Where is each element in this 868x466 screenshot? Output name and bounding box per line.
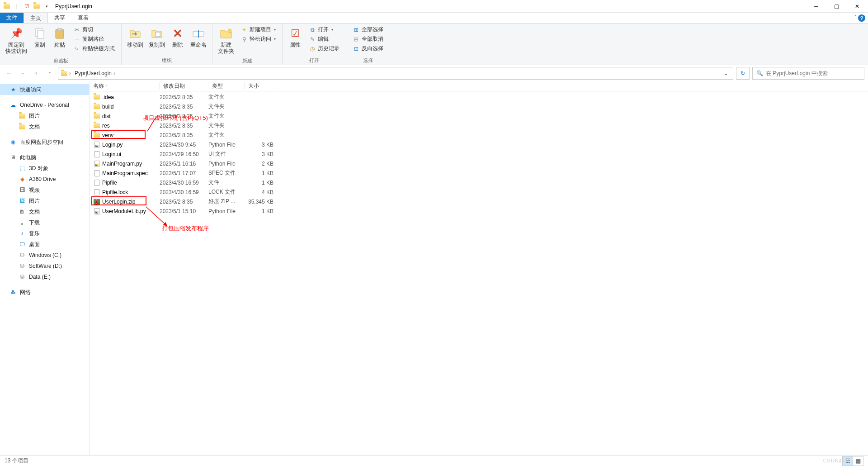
- sidebar-videos[interactable]: 🎞视频: [0, 185, 89, 195]
- up-button[interactable]: ↑: [44, 68, 55, 79]
- address-dropdown-icon[interactable]: ⌄: [721, 70, 731, 76]
- file-row[interactable]: Pipfile.lock2023/4/30 16:59LOCK 文件4 KB: [90, 187, 868, 197]
- address-bar[interactable]: › PyprjUserLogin› ⌄: [58, 67, 733, 80]
- edit-icon: ✎: [309, 36, 316, 43]
- cut-icon: ✂: [73, 26, 80, 33]
- select-none-button[interactable]: ⊟全部取消: [351, 35, 385, 43]
- recent-dropdown[interactable]: ▾: [31, 68, 42, 79]
- file-row[interactable]: Login.ui2023/4/29 16:50UI 文件3 KB: [90, 149, 868, 159]
- sidebar-quick-access[interactable]: ★快速访问: [0, 84, 89, 95]
- file-row[interactable]: venv2023/5/2 8:35文件夹: [90, 130, 868, 140]
- tab-home[interactable]: 主页: [24, 13, 48, 23]
- minimize-button[interactable]: ─: [806, 0, 826, 13]
- close-button[interactable]: ✕: [847, 0, 867, 13]
- open-icon: ⧉: [309, 26, 316, 33]
- properties-button[interactable]: ☑ 属性: [285, 24, 305, 50]
- sidebar-drive-c[interactable]: ⛁Windows (C:): [0, 250, 89, 261]
- sidebar-downloads[interactable]: ⭳下载: [0, 217, 89, 228]
- file-row[interactable]: UserLogin.zip2023/5/2 8:35好压 ZIP ...35,3…: [90, 197, 868, 206]
- paste-shortcut-button[interactable]: ⤷粘贴快捷方式: [71, 44, 117, 53]
- sidebar-baidu[interactable]: ◉百度网盘同步空间: [0, 137, 89, 147]
- sidebar-this-pc[interactable]: 🖥此电脑: [0, 152, 89, 163]
- open-button[interactable]: ⧉打开▾: [307, 25, 341, 34]
- select-all-button[interactable]: ⊞全部选择: [351, 25, 385, 34]
- icons-view-button[interactable]: ▦: [853, 456, 863, 466]
- sidebar-pictures[interactable]: 图片: [0, 110, 89, 121]
- breadcrumb-root[interactable]: ›: [60, 70, 72, 76]
- group-organize: 组织: [122, 57, 212, 65]
- col-name[interactable]: 名称ˆ: [90, 82, 160, 90]
- tab-file[interactable]: 文件: [0, 13, 24, 23]
- sidebar-3d-objects[interactable]: ⬚3D 对象: [0, 163, 89, 174]
- col-type[interactable]: 类型: [208, 82, 245, 90]
- breadcrumb-folder[interactable]: PyprjUserLogin›: [74, 70, 116, 76]
- tab-share[interactable]: 共享: [48, 13, 71, 23]
- svg-rect-4: [156, 32, 160, 37]
- copy-to-button[interactable]: 复制到: [146, 24, 168, 50]
- ribbon-collapse-icon[interactable]: ˆ: [854, 15, 856, 21]
- file-row[interactable]: .idea2023/5/2 8:35文件夹: [90, 92, 868, 102]
- rename-button[interactable]: 重命名: [188, 24, 209, 50]
- file-row[interactable]: build2023/5/2 8:35文件夹: [90, 102, 868, 111]
- zip-icon: [93, 198, 100, 205]
- pin-button[interactable]: 📌 固定到快速访问: [3, 24, 30, 57]
- easy-access-icon: ⚲: [241, 36, 248, 43]
- sidebar-onedrive[interactable]: ☁OneDrive - Personal: [0, 100, 89, 110]
- file-type: Python File: [208, 208, 245, 214]
- file-row[interactable]: Pipfile2023/4/30 16:59文件1 KB: [90, 178, 868, 187]
- search-input[interactable]: [766, 70, 860, 76]
- col-date[interactable]: 修改日期: [160, 82, 208, 90]
- baidu-icon: ◉: [9, 138, 17, 146]
- back-button[interactable]: ←: [4, 68, 14, 79]
- col-size[interactable]: 大小: [245, 82, 277, 90]
- file-type: 文件夹: [208, 131, 245, 139]
- invert-selection-button[interactable]: ⊡反向选择: [351, 44, 385, 53]
- sidebar-a360[interactable]: ◆A360 Drive: [0, 174, 89, 185]
- help-icon[interactable]: ?: [858, 14, 865, 22]
- forward-button[interactable]: →: [17, 68, 28, 79]
- move-to-button[interactable]: 移动到: [124, 24, 146, 50]
- file-row[interactable]: res2023/5/2 8:35文件夹: [90, 121, 868, 130]
- file-list-pane: 名称ˆ 修改日期 类型 大小 .idea2023/5/2 8:35文件夹buil…: [90, 81, 868, 455]
- sidebar-drive-e[interactable]: ⛁Data (E:): [0, 271, 89, 282]
- py-icon: [93, 208, 100, 215]
- tab-view[interactable]: 查看: [71, 13, 95, 23]
- file-list: .idea2023/5/2 8:35文件夹build2023/5/2 8:35文…: [90, 91, 868, 216]
- sidebar-music[interactable]: ♪音乐: [0, 228, 89, 239]
- file-icon: [93, 151, 100, 158]
- file-row[interactable]: dist2023/5/2 8:35文件夹: [90, 111, 868, 121]
- properties-icon[interactable]: ☑: [23, 2, 31, 10]
- file-name: res: [102, 123, 110, 129]
- folder-icon: [18, 123, 26, 131]
- sidebar-desktop[interactable]: 🖵桌面: [0, 239, 89, 250]
- edit-button[interactable]: ✎编辑: [307, 35, 341, 43]
- svg-rect-1: [38, 30, 44, 38]
- sidebar-drive-d[interactable]: ⛁SoftWare (D:): [0, 261, 89, 271]
- file-row[interactable]: Login.py2023/4/30 9:45Python File3 KB: [90, 140, 868, 149]
- paste-button[interactable]: 粘贴: [50, 24, 70, 50]
- easy-access-button[interactable]: ⚲轻松访问▾: [239, 35, 278, 43]
- sidebar-documents[interactable]: 文档: [0, 121, 89, 132]
- cut-button[interactable]: ✂剪切: [71, 25, 117, 34]
- sidebar-documents2[interactable]: 🗎文档: [0, 206, 89, 217]
- search-box[interactable]: 🔍: [752, 67, 864, 80]
- status-bar: 13 个项目 CSDN@昊 ☰ ▦: [0, 455, 868, 466]
- maximize-button[interactable]: ▢: [826, 0, 847, 13]
- new-folder-button[interactable]: 新建文件夹: [215, 24, 237, 57]
- file-name: UserLogin.zip: [102, 199, 135, 205]
- delete-button[interactable]: ✕ 删除: [168, 24, 188, 50]
- file-row[interactable]: MainProgram.py2023/5/1 16:16Python File2…: [90, 159, 868, 168]
- file-size: 3 KB: [245, 142, 277, 148]
- file-name: .idea: [102, 94, 114, 100]
- sidebar-network[interactable]: 🖧网络: [0, 287, 89, 298]
- new-item-button[interactable]: ✦新建项目▾: [239, 25, 278, 34]
- history-button[interactable]: ◷历史记录: [307, 44, 341, 53]
- file-size: 4 KB: [245, 189, 277, 195]
- refresh-button[interactable]: ↻: [736, 67, 750, 80]
- file-row[interactable]: UserModuleLib.py2023/5/1 15:10Python Fil…: [90, 206, 868, 216]
- copy-button[interactable]: 复制: [30, 24, 50, 50]
- qat-dropdown-icon[interactable]: ▾: [42, 2, 51, 10]
- copy-path-button[interactable]: ═复制路径: [71, 35, 117, 43]
- sidebar-pictures2[interactable]: 🖼图片: [0, 195, 89, 206]
- file-row[interactable]: MainProgram.spec2023/5/1 17:07SPEC 文件1 K…: [90, 168, 868, 178]
